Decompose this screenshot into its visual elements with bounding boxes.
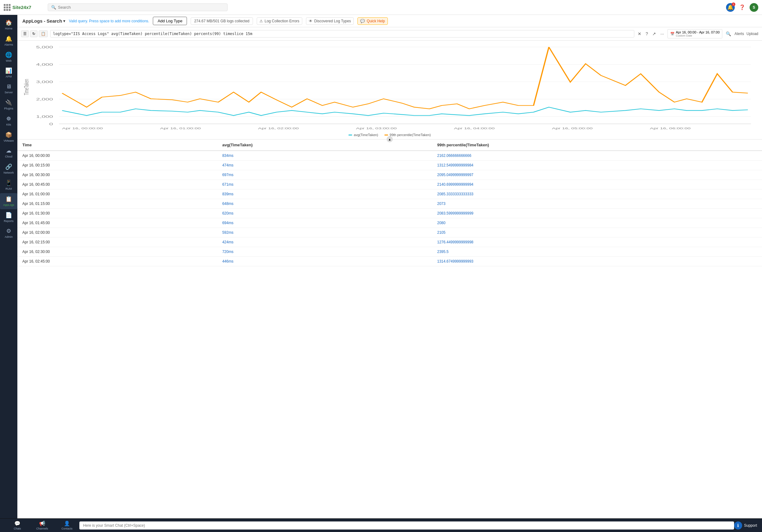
clear-query-button[interactable]: ✕ [637,31,642,37]
apm-icon: 📊 [5,67,12,74]
cell-avg[interactable]: 697ms [217,170,432,180]
notif-badge: 1 [731,2,735,6]
cell-p99[interactable]: 1314.6749999999993 [432,257,762,266]
bottombar: 💬 Chats 📢 Channels 👤 Contacts ℹ Support [0,518,762,532]
layout: 🏠 Home 🔔 Alarms 🌐 Web 📊 APM 🖥 Server 🔌 P… [0,15,762,518]
cell-avg[interactable]: 424ms [217,238,432,247]
cell-p99[interactable]: 2395.5 [432,247,762,257]
sidebar-item-vmware[interactable]: 📦 VMware [0,129,17,145]
bottom-channels[interactable]: 📢 Channels [30,520,54,530]
table-row: Apr 16, 00:00:00 834ms 2162.066666666666 [17,151,762,161]
col-avg: avg(TimeTaken) [217,139,432,151]
notifications-icon[interactable]: 🔔 1 [726,3,735,12]
cell-avg[interactable]: 592ms [217,228,432,238]
sidebar-item-admin[interactable]: ⚙ Admin [0,225,17,241]
cell-avg[interactable]: 620ms [217,209,432,218]
log-collection-errors-button[interactable]: ⚠ Log Collection Errors [257,17,302,25]
date-label: Custom Date [676,34,720,37]
search-bar[interactable]: 🔍 [48,3,228,11]
quick-help-button[interactable]: 💬 Quick Help [357,17,388,25]
refresh-button[interactable]: ↻ [30,31,38,37]
table-row: Apr 16, 00:15:00 474ms 1312.549999999998… [17,161,762,170]
sidebar-item-apm[interactable]: 📊 APM [0,65,17,81]
search-query-button[interactable]: 🔍 [725,31,732,37]
topbar-right: 🔔 1 ❓ S [726,3,758,12]
cell-avg[interactable]: 671ms [217,180,432,190]
svg-text:Apr 16, 04:00:00: Apr 16, 04:00:00 [454,126,495,130]
cell-p99[interactable]: 2073 [432,199,762,209]
cell-avg[interactable]: 648ms [217,199,432,209]
valid-query-msg: Valid query. Press space to add more con… [69,19,149,23]
cell-avg[interactable]: 834ms [217,151,432,161]
cell-time: Apr 16, 02:00:00 [17,228,217,238]
table-row: Apr 16, 00:45:00 671ms 2140.699999999999… [17,180,762,190]
cell-p99[interactable]: 2105 [432,228,762,238]
sidebar-item-web[interactable]: 🌐 Web [0,49,17,65]
calendar-icon: 📅 [670,32,675,36]
upload-button[interactable]: Upload [746,32,758,36]
bottom-contacts[interactable]: 👤 Contacts [54,520,79,530]
network-icon: 🔗 [5,163,12,170]
admin-icon: ⚙ [6,228,11,234]
help-query-button[interactable]: ? [645,31,649,37]
cell-p99[interactable]: 1312.5499999999984 [432,161,762,170]
query-input[interactable] [50,30,634,38]
sidebar-item-reports[interactable]: 📄 Reports [0,209,17,225]
menu-icon[interactable] [4,4,11,11]
chart-container: 5,000 4,000 3,000 2,000 1,000 0 Apr 16, … [22,44,757,130]
cell-avg[interactable]: 694ms [217,218,432,228]
plugins-icon: 🔌 [5,99,12,106]
dropdown-icon[interactable]: ▾ [63,19,65,23]
results-table: Time avg(TimeTaken) 99th percentile(Time… [17,139,762,266]
sidebar-item-network[interactable]: 🔗 Network [0,161,17,177]
applogs-icon: 📋 [5,195,12,202]
cell-p99[interactable]: 1276.4499999999998 [432,238,762,247]
topbar: Site24x7 🔍 🔔 1 ❓ S [0,0,762,15]
more-options-button[interactable]: ··· [659,31,665,37]
share-button[interactable]: ↗ [651,31,657,37]
sidebar-item-applogs[interactable]: 📋 AppLogs [0,193,17,209]
alerts-button[interactable]: Alerts [734,32,744,36]
cell-p99[interactable]: 2080 [432,218,762,228]
cell-time: Apr 16, 00:15:00 [17,161,217,170]
sidebar-item-alarms[interactable]: 🔔 Alarms [0,33,17,49]
secondary-header: AppLogs - Search ▾ Valid query. Press sp… [17,15,762,27]
collapse-chart-button[interactable]: ▲ [387,136,393,142]
bottom-chats[interactable]: 💬 Chats [5,520,30,530]
cell-avg[interactable]: 720ms [217,247,432,257]
sidebar-item-rum[interactable]: 📱 RUM [0,177,17,193]
cell-p99[interactable]: 2085.3333333333333 [432,190,762,199]
discovered-log-types-button[interactable]: 👁 Discovered Log Types [306,17,354,25]
smart-chat-input[interactable] [79,521,734,530]
sidebar-item-cloud[interactable]: ☁ Cloud [0,145,17,161]
storage-info: 274.67 MB/501 GB logs collected [190,17,253,25]
cell-p99[interactable]: 2095.0499999999997 [432,170,762,180]
contacts-icon: 👤 [64,520,70,526]
cell-p99[interactable]: 2140.6999999999994 [432,180,762,190]
datetime-range: Apr 16, 00:00 - Apr 16, 07:00 [676,31,720,34]
cell-p99[interactable]: 2162.066666666666 [432,151,762,161]
copy-button[interactable]: 📋 [39,31,48,37]
help-icon[interactable]: ❓ [738,3,746,12]
sidebar-item-plugins[interactable]: 🔌 Plugins [0,97,17,113]
cell-p99[interactable]: 2083.5999999999999 [432,209,762,218]
eye-icon: 👁 [309,19,313,23]
datetime-picker[interactable]: 📅 Apr 16, 00:00 - Apr 16, 07:00 Custom D… [667,29,722,38]
user-avatar[interactable]: S [750,3,758,12]
cell-avg[interactable]: 446ms [217,257,432,266]
search-input[interactable] [58,5,224,10]
table-row: Apr 16, 02:30:00 720ms 2395.5 [17,247,762,257]
cell-avg[interactable]: 474ms [217,161,432,170]
main: AppLogs - Search ▾ Valid query. Press sp… [17,15,762,518]
support-button[interactable]: ℹ Support [734,521,757,530]
search-icon: 🔍 [51,5,56,10]
sidebar-item-home[interactable]: 🏠 Home [0,17,17,33]
cell-avg[interactable]: 839ms [217,190,432,199]
sidebar-item-k8s[interactable]: ☸ K8s [0,113,17,129]
list-view-button[interactable]: ☰ [21,31,29,37]
cloud-icon: ☁ [6,147,12,154]
cell-time: Apr 16, 02:30:00 [17,247,217,257]
sidebar-item-server[interactable]: 🖥 Server [0,81,17,97]
add-log-type-button[interactable]: Add Log Type [153,17,187,25]
chats-icon: 💬 [14,520,21,526]
